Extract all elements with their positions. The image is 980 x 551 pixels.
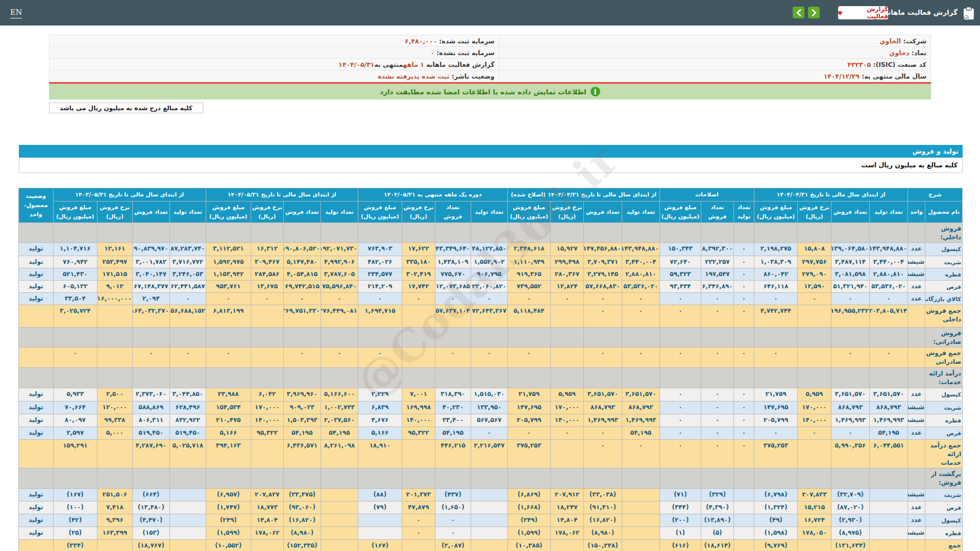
- table-cell: ۵۱۹,۴۵۰: [169, 427, 206, 440]
- table-cell: ۱,۰۰۲,۷۴۳: [321, 402, 358, 414]
- table-cell: ۱۷۸,۰۶۲: [550, 527, 583, 540]
- table-cell: [251, 305, 283, 328]
- next-report-button[interactable]: [808, 7, 820, 18]
- table-cell: ۰: [583, 347, 622, 368]
- table-cell: ۱۴,۸۰۴: [550, 514, 583, 527]
- table-cell: (۲,۹۳۰): [831, 514, 870, 527]
- table-cell: شربت: [925, 402, 963, 414]
- table-cell: (۳۳,۴۷۵): [283, 489, 321, 502]
- table-cell: [831, 328, 870, 347]
- product-row: شربتشیشه(۳۲,۷۰۹)۲۰۷,۸۳۳(۶,۷۹۸)(۳۲۹)(۷۱)(…: [18, 489, 962, 502]
- table-cell: ۲,۵۰۰: [97, 388, 132, 402]
- table-cell: تولید: [18, 243, 53, 256]
- table-cell: شیشه: [908, 489, 925, 502]
- table-cell: [132, 328, 169, 347]
- table-cell: ۲,۸۸۰,۸۱۰: [622, 268, 659, 281]
- table-cell: [754, 328, 797, 347]
- table-cell: [97, 328, 132, 347]
- table-cell: ۰: [733, 293, 754, 305]
- table-cell: [97, 305, 132, 328]
- table-cell: ۱۶۴,۰۳۲,۳۷۰: [132, 305, 169, 328]
- table-cell: ۲۰۷,۹۱۲: [550, 489, 583, 502]
- table-cell: [701, 368, 733, 388]
- table-cell: [321, 468, 358, 489]
- table-cell: ۵,۹۵۹: [798, 388, 831, 402]
- table-cell: ۹۵,۳۲۲: [402, 427, 435, 440]
- column-header: تعداد فروش: [435, 202, 471, 223]
- report-type-dropdown[interactable]: گزارش فعالیت ▼: [838, 6, 888, 19]
- table-cell: [507, 328, 550, 347]
- table-cell: ۰: [659, 347, 701, 368]
- column-header: نرخ فروش (ریال): [402, 202, 435, 223]
- table-cell: ۱۹۶,۹۵۵,۲۳۲: [831, 305, 870, 328]
- table-cell: ۰: [733, 256, 754, 268]
- info-row: کد صنعت (ISIC): ۴۳۲۳۰۵گزارش فعالیت ماهان…: [50, 59, 931, 70]
- table-cell: ۱,۱۱۰,۹۴۹: [507, 256, 550, 268]
- table-cell: [169, 527, 206, 540]
- table-cell: (۷۹): [358, 502, 402, 514]
- table-cell: ۲,۲۱۶,۵۴۷: [471, 440, 507, 468]
- table-cell: ۲۳۴,۵۷۷: [358, 268, 402, 281]
- table-cell: ۳۳,۴۰۰: [435, 414, 471, 427]
- table-cell: ۸۳۲,۹۲۲: [169, 414, 206, 427]
- info-cell: نماد: دحاوي: [499, 47, 930, 59]
- table-cell: ۰: [132, 347, 169, 368]
- table-cell: ۰: [659, 440, 701, 468]
- info-row: سال مالی منتهی به: ۱۴۰۴/۱۲/۲۹وضعیت ناشر:…: [50, 70, 931, 82]
- table-cell: [18, 468, 53, 489]
- table-cell: عدد: [908, 388, 925, 402]
- table-cell: ۱۲,۸۲۴: [550, 281, 583, 293]
- table-cell: (۵): [701, 527, 733, 540]
- table-cell: ۷,۴۱۸: [97, 502, 132, 514]
- table-cell: [659, 468, 701, 489]
- table-cell: ۶,۸۱۳,۱۹۹: [206, 305, 251, 328]
- table-cell: [402, 305, 435, 328]
- table-cell: [18, 328, 53, 347]
- table-cell: ۰: [622, 440, 659, 468]
- table-cell: (۴,۳۹۰): [701, 502, 733, 514]
- table-cell: (۴۳۷): [435, 489, 471, 502]
- table-cell: ۸,۳۹۲,۳۰۰: [701, 243, 733, 256]
- table-cell: ۱۵۰,۳۴۳: [659, 243, 701, 256]
- report-nav-buttons: [793, 7, 820, 18]
- table-cell: ۶۷,۱۴۸,۳۷۷: [132, 281, 169, 293]
- table-cell: (۸۷,۰۲۰): [831, 502, 870, 514]
- table-cell: [251, 468, 283, 489]
- table-cell: ۱,۴۶۹,۹۹۳: [831, 414, 870, 427]
- previous-report-button[interactable]: [793, 7, 804, 18]
- product-row: شربتشیشه۳,۴۴۰,۰۰۴۳,۴۸۷,۱۱۴۲۹۷,۷۵۶۱,۰۳۸,۳…: [18, 256, 962, 268]
- table-cell: [321, 527, 358, 540]
- table-cell: ۱۴۷,۶۹۵: [754, 402, 797, 414]
- table-cell: ۵۴,۱۹۵: [283, 427, 321, 440]
- column-header: مبلغ فروش (میلیون ریال): [754, 202, 797, 223]
- table-cell: ۳,۲۷۹,۱۴۵: [583, 268, 622, 281]
- table-cell: ۰: [321, 293, 358, 305]
- table-cell: ۳۱۸,۳۹۰: [435, 388, 471, 402]
- language-toggle-en[interactable]: EN: [10, 8, 22, 18]
- table-cell: ۱۷,۷۴۲: [402, 281, 435, 293]
- group-header-period: از ابتدای سال مالی تا تاریخ ۱۴۰۴/۰۴/۳۱ (…: [507, 188, 659, 202]
- table-cell: [471, 527, 507, 540]
- table-cell: ۰: [701, 293, 733, 305]
- group-header-period: از ابتدای سال مالی تا تاریخ ۱۴۰۳/۰۵/۳۱: [53, 188, 206, 202]
- table-cell: ۰: [701, 347, 733, 368]
- table-cell: [18, 540, 53, 551]
- table-cell: [402, 347, 435, 368]
- table-cell: [402, 540, 435, 551]
- table-cell: [798, 223, 831, 243]
- table-cell: ۵,۱۶۶: [206, 427, 251, 440]
- table-cell: ۵,۰۲۵,۷۱۸: [169, 440, 206, 468]
- table-cell: [18, 368, 53, 388]
- table-cell: [622, 502, 659, 514]
- table-cell: ۰: [583, 440, 622, 468]
- section-row: برگشت از فروش:: [18, 468, 962, 489]
- table-cell: ۱۵,۹۲۷: [550, 243, 583, 256]
- table-cell: [402, 223, 435, 243]
- column-header: واحد: [908, 202, 925, 223]
- column-header: تعداد تولید: [321, 202, 358, 223]
- info-value: دحاوي: [889, 49, 909, 57]
- info-row: نماد: دحاويسرمایه ثبت نشده: ۰: [50, 47, 931, 59]
- table-cell: ۲۱۴,۲۰۹: [358, 281, 402, 293]
- table-cell: (۱۳,۸۹۰): [701, 514, 733, 527]
- table-cell: ۱,۶۹۴,۷۱۵: [358, 305, 402, 328]
